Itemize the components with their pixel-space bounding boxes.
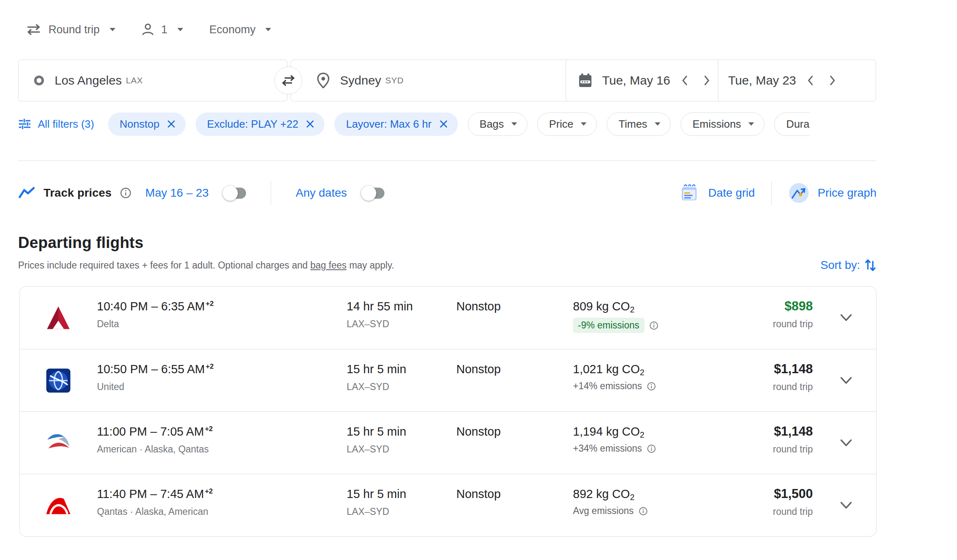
emissions-cell: 1,194 kg CO2 +34% emissions (573, 412, 709, 454)
stops-cell: Nonstop (456, 474, 573, 501)
expand-flight-button[interactable] (815, 313, 876, 323)
filter-chip-exclude-play[interactable]: Exclude: PLAY +22 (196, 112, 324, 136)
info-icon[interactable] (647, 382, 656, 391)
chevron-down-icon (177, 28, 183, 31)
return-date-section[interactable]: Tue, May 23 (726, 71, 842, 90)
person-icon (142, 23, 154, 36)
cabin-class-dropdown[interactable]: Economy (209, 23, 271, 36)
track-date-range-label[interactable]: May 16 – 23 (145, 186, 209, 200)
passenger-dropdown[interactable]: 1 (142, 23, 183, 36)
toggle-thumb (223, 186, 238, 201)
origin-code: LAX (126, 76, 143, 85)
chevron-down-icon (839, 500, 853, 510)
swap-origin-destination-button[interactable] (274, 67, 302, 94)
price-note: round trip (773, 444, 813, 455)
origin-circle-icon (34, 76, 44, 85)
flight-route: LAX–SYD (347, 319, 456, 330)
chip-label: Price (549, 118, 573, 131)
toggle-thumb (361, 186, 376, 201)
return-date-next-button[interactable] (823, 71, 841, 90)
departure-date-section[interactable]: Tue, May 16 (578, 71, 715, 90)
return-date-prev-button[interactable] (802, 71, 820, 90)
co2-subscript: 2 (640, 430, 644, 439)
return-date[interactable]: Tue, May 23 (728, 73, 796, 87)
sort-arrows-icon (864, 258, 876, 272)
any-dates-toggle[interactable] (361, 187, 384, 199)
close-icon[interactable] (167, 119, 176, 129)
price-note: round trip (773, 381, 813, 392)
flight-row-qantas[interactable]: 11:40 PM – 7:45 AM+2 Qantas · Alaska, Am… (20, 474, 876, 536)
delta-logo (20, 304, 97, 331)
flight-row-united[interactable]: 10:50 PM – 6:55 AM+2 United 15 hr 5 min … (20, 349, 876, 411)
flight-row-american[interactable]: 11:00 PM – 7:05 AM+2 American · Alaska, … (20, 411, 876, 474)
trip-type-label: Round trip (48, 23, 100, 36)
departing-flights-heading: Departing flights (18, 234, 143, 252)
departure-date-next-button[interactable] (697, 71, 715, 90)
close-icon[interactable] (306, 119, 315, 129)
price-cell: $1,148 round trip (709, 412, 815, 455)
airline-names: American · Alaska, Qantas (97, 444, 347, 455)
chevron-down-icon (655, 122, 660, 126)
bag-fees-link[interactable]: bag fees (311, 260, 347, 271)
info-icon[interactable] (639, 507, 648, 516)
filter-chip-layover[interactable]: Layover: Max 6 hr (334, 112, 458, 136)
flight-row-delta[interactable]: 10:40 PM – 6:35 AM+2 Delta 14 hr 55 min … (20, 287, 876, 349)
expand-flight-button[interactable] (815, 438, 876, 448)
info-icon[interactable] (649, 321, 658, 330)
track-prices-label: Track prices (44, 186, 112, 200)
chevron-down-icon (110, 28, 115, 31)
departure-date-prev-button[interactable] (676, 71, 694, 90)
destination-city: Sydney (340, 73, 381, 87)
google-flights-results-page: Round trip 1 Economy Los Angeles LAX (0, 0, 957, 560)
expand-flight-button[interactable] (815, 376, 876, 386)
track-date-range-toggle[interactable] (223, 187, 246, 199)
calendar-icon (578, 73, 592, 88)
stops-cell: Nonstop (456, 287, 573, 313)
info-icon[interactable] (647, 444, 656, 453)
departure-date[interactable]: Tue, May 16 (602, 73, 670, 87)
flight-duration: 14 hr 55 min (347, 300, 456, 313)
location-pin-icon (317, 73, 329, 88)
destination-field[interactable]: Sydney SYD (290, 60, 570, 101)
swap-arrows-icon (281, 74, 295, 87)
filter-sliders-icon (18, 117, 31, 131)
arrival-day-offset: +2 (206, 363, 214, 370)
sort-by-label: Sort by: (821, 259, 860, 272)
arrival-day-offset: +2 (206, 300, 214, 308)
trip-type-dropdown[interactable]: Round trip (26, 23, 115, 36)
date-grid-icon (679, 182, 700, 204)
date-grid-button[interactable]: Date grid (679, 182, 755, 204)
chip-label: Nonstop (120, 118, 159, 131)
emissions-cell: 809 kg CO2 -9% emissions (573, 287, 709, 333)
close-icon[interactable] (439, 119, 448, 129)
co2-subscript: 2 (630, 493, 635, 502)
flight-price: $898 (784, 299, 813, 314)
any-dates-label[interactable]: Any dates (296, 186, 347, 200)
american-logo (20, 430, 97, 456)
filter-chip-bags[interactable]: Bags (468, 112, 527, 136)
emissions-text: +14% emissions (573, 381, 642, 392)
expand-flight-button[interactable] (815, 500, 876, 510)
price-note: round trip (773, 506, 813, 517)
price-trend-icon (18, 186, 35, 200)
sort-by-button[interactable]: Sort by: (821, 258, 876, 272)
stops-cell: Nonstop (456, 412, 573, 438)
duration-cell: 15 hr 5 min LAX–SYD (347, 412, 456, 455)
origin-field[interactable]: Los Angeles LAX (18, 60, 288, 101)
filter-chip-duration[interactable]: Dura (774, 112, 809, 136)
filter-chip-nonstop[interactable]: Nonstop (108, 112, 186, 136)
info-icon (120, 187, 131, 199)
chip-label: Bags (480, 118, 504, 131)
price-graph-button[interactable]: Price graph (788, 182, 876, 204)
dates-field: Tue, May 16 Tue, May 23 (566, 60, 876, 101)
filter-chip-times[interactable]: Times (607, 112, 671, 136)
flight-route: LAX–SYD (347, 506, 456, 517)
duration-cell: 14 hr 55 min LAX–SYD (347, 287, 456, 330)
flight-results-list: 10:40 PM – 6:35 AM+2 Delta 14 hr 55 min … (19, 286, 876, 537)
all-filters-button[interactable]: All filters (3) (18, 117, 98, 131)
round-trip-arrows-icon (26, 23, 41, 36)
filter-bar: All filters (3) Nonstop Exclude: PLAY +2… (18, 112, 876, 136)
filter-chip-price[interactable]: Price (537, 112, 597, 136)
filter-chip-emissions[interactable]: Emissions (681, 112, 764, 136)
vertical-divider (271, 181, 271, 205)
